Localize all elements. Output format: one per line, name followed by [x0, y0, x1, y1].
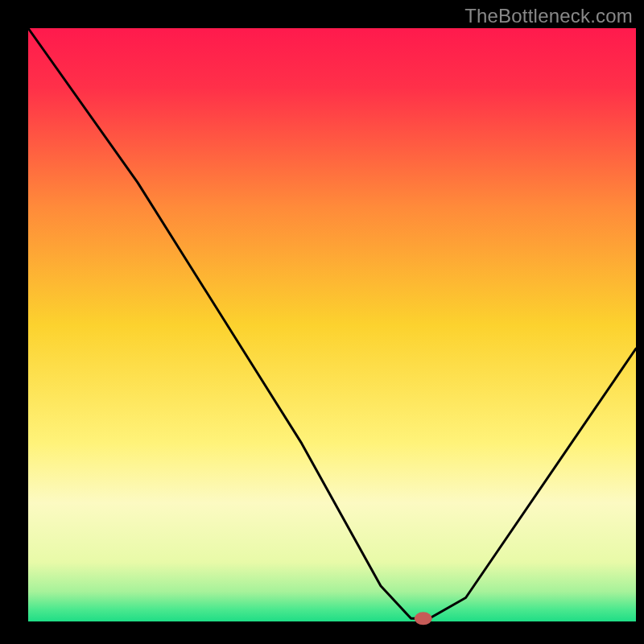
watermark-label: TheBottleneck.com	[464, 5, 633, 27]
minimum-marker	[415, 612, 432, 625]
plot-background	[28, 28, 636, 621]
chart-container: TheBottleneck.com	[0, 0, 644, 644]
bottleneck-chart	[0, 0, 644, 644]
